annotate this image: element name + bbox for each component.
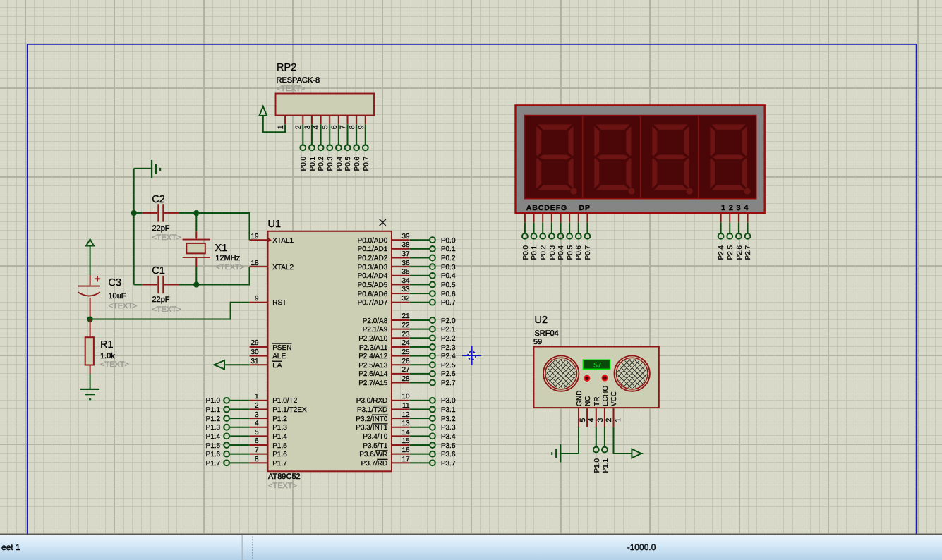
svg-text:P1.1: P1.1 bbox=[206, 406, 221, 414]
svg-text:SRF04: SRF04 bbox=[535, 329, 559, 338]
svg-text:23: 23 bbox=[401, 331, 410, 339]
svg-text:P0.2/AD2: P0.2/AD2 bbox=[357, 255, 387, 262]
svg-text:P3.6/WR: P3.6/WR bbox=[359, 451, 387, 458]
svg-text:5: 5 bbox=[321, 125, 330, 129]
svg-text:38: 38 bbox=[401, 241, 410, 249]
svg-text:30: 30 bbox=[250, 348, 259, 356]
svg-text:RP2: RP2 bbox=[277, 62, 296, 73]
svg-text:P2.1/A9: P2.1/A9 bbox=[363, 326, 388, 334]
svg-text:P3.4: P3.4 bbox=[441, 433, 456, 441]
svg-text:P0.6/AD6: P0.6/AD6 bbox=[357, 291, 387, 298]
svg-text:P2.2: P2.2 bbox=[441, 335, 456, 343]
svg-text:P0.0: P0.0 bbox=[300, 156, 308, 171]
svg-text:P1.0/T2: P1.0/T2 bbox=[272, 397, 297, 405]
svg-text:8: 8 bbox=[348, 125, 356, 129]
svg-text:P3.3: P3.3 bbox=[441, 424, 456, 432]
svg-text:P1.7: P1.7 bbox=[206, 460, 221, 468]
svg-text:<TEXT>: <TEXT> bbox=[100, 360, 129, 369]
svg-text:3: 3 bbox=[255, 411, 259, 419]
svg-text:<TEXT>: <TEXT> bbox=[268, 482, 297, 490]
svg-text:2: 2 bbox=[294, 125, 303, 129]
svg-text:P0.6: P0.6 bbox=[441, 291, 456, 298]
svg-text:1: 1 bbox=[255, 393, 259, 401]
svg-text:C1: C1 bbox=[152, 265, 165, 276]
svg-text:VCC: VCC bbox=[610, 391, 618, 406]
svg-text:59: 59 bbox=[533, 338, 542, 346]
svg-text:<TEXT>: <TEXT> bbox=[277, 85, 306, 93]
svg-text:P1.4: P1.4 bbox=[272, 433, 287, 441]
svg-text:P3.2/INT0: P3.2/INT0 bbox=[356, 415, 387, 423]
svg-text:P2.5: P2.5 bbox=[727, 245, 735, 260]
svg-text:5: 5 bbox=[255, 429, 259, 437]
svg-text:XTAL1: XTAL1 bbox=[272, 237, 294, 245]
svg-text:P1.2: P1.2 bbox=[206, 415, 221, 423]
svg-text:16: 16 bbox=[401, 446, 410, 454]
svg-text:P0.0: P0.0 bbox=[522, 245, 530, 260]
svg-text:P1.4: P1.4 bbox=[206, 433, 221, 441]
svg-text:27: 27 bbox=[401, 366, 410, 374]
svg-text:P2.5/A13: P2.5/A13 bbox=[358, 362, 388, 370]
svg-text:P1.7: P1.7 bbox=[272, 460, 287, 468]
svg-text:24: 24 bbox=[401, 339, 410, 347]
svg-text:P0.4: P0.4 bbox=[336, 156, 344, 171]
svg-text:P0.3/AD3: P0.3/AD3 bbox=[357, 264, 387, 272]
svg-text:P0.3: P0.3 bbox=[441, 264, 456, 272]
svg-text:P3.7: P3.7 bbox=[441, 460, 456, 468]
svg-text:P3.2: P3.2 bbox=[441, 415, 456, 423]
svg-text:RST: RST bbox=[272, 299, 286, 307]
svg-text:P0.2: P0.2 bbox=[318, 156, 325, 171]
svg-text:6: 6 bbox=[255, 437, 259, 445]
svg-text:2: 2 bbox=[605, 418, 613, 422]
svg-text:P2.4: P2.4 bbox=[441, 353, 456, 360]
svg-text:P2.7/A15: P2.7/A15 bbox=[358, 379, 388, 387]
svg-text:P2.0/A8: P2.0/A8 bbox=[363, 317, 388, 325]
svg-text:22pF: 22pF bbox=[152, 224, 169, 233]
svg-text:P0.7: P0.7 bbox=[441, 299, 456, 307]
svg-text:13: 13 bbox=[401, 420, 410, 427]
svg-text:3: 3 bbox=[303, 125, 312, 129]
svg-text:P3.1/TXD: P3.1/TXD bbox=[357, 406, 387, 414]
svg-text:P1.3: P1.3 bbox=[206, 424, 221, 432]
svg-text:P2.3/A11: P2.3/A11 bbox=[359, 344, 388, 352]
svg-text:P1.1/T2EX: P1.1/T2EX bbox=[272, 406, 307, 414]
svg-text:19: 19 bbox=[250, 233, 259, 241]
svg-text:P0.3: P0.3 bbox=[327, 156, 334, 171]
svg-text:9: 9 bbox=[357, 125, 366, 129]
svg-text:P0.0: P0.0 bbox=[441, 237, 456, 245]
svg-text:P1.6: P1.6 bbox=[272, 451, 287, 458]
svg-text:P3.4/T0: P3.4/T0 bbox=[363, 433, 387, 441]
svg-text:P1.5: P1.5 bbox=[206, 442, 221, 450]
svg-text:P2.1: P2.1 bbox=[441, 326, 456, 334]
svg-text:P0.4: P0.4 bbox=[441, 272, 456, 280]
svg-text:P0.7: P0.7 bbox=[363, 156, 370, 171]
svg-text:P0.1: P0.1 bbox=[309, 156, 317, 171]
svg-text:P0.5/AD5: P0.5/AD5 bbox=[357, 281, 387, 289]
svg-text:P0.6: P0.6 bbox=[575, 245, 583, 260]
svg-text:P3.3/INT1: P3.3/INT1 bbox=[356, 424, 387, 432]
svg-text:<TEXT>: <TEXT> bbox=[152, 233, 181, 242]
svg-text:37: 37 bbox=[401, 250, 410, 258]
svg-text:10uF: 10uF bbox=[109, 292, 126, 300]
svg-text:XTAL2: XTAL2 bbox=[272, 264, 294, 272]
svg-text:P1.0: P1.0 bbox=[206, 397, 221, 405]
svg-text:U2: U2 bbox=[535, 315, 548, 326]
svg-text:P0.4: P0.4 bbox=[557, 245, 565, 260]
svg-text:-1000.0: -1000.0 bbox=[627, 542, 656, 552]
svg-text:P0.7/AD7: P0.7/AD7 bbox=[357, 299, 387, 307]
svg-text:P1.0: P1.0 bbox=[593, 458, 601, 473]
svg-text:EA: EA bbox=[272, 362, 282, 370]
svg-text:11: 11 bbox=[402, 402, 410, 410]
svg-text:P2.2/A10: P2.2/A10 bbox=[358, 335, 388, 343]
svg-text:ALE: ALE bbox=[272, 353, 286, 360]
svg-text:8: 8 bbox=[255, 456, 259, 463]
svg-text:18: 18 bbox=[250, 260, 259, 267]
svg-text:P2.7: P2.7 bbox=[744, 245, 752, 260]
svg-text:P3.1: P3.1 bbox=[441, 406, 456, 414]
svg-text:P2.4/A12: P2.4/A12 bbox=[358, 353, 388, 360]
svg-text:26: 26 bbox=[401, 358, 410, 365]
svg-text:1: 1 bbox=[277, 125, 285, 129]
svg-text:eet 1: eet 1 bbox=[1, 542, 20, 552]
svg-text:P3.5: P3.5 bbox=[441, 442, 456, 450]
svg-text:33: 33 bbox=[401, 286, 410, 293]
svg-text:DP: DP bbox=[579, 204, 591, 212]
